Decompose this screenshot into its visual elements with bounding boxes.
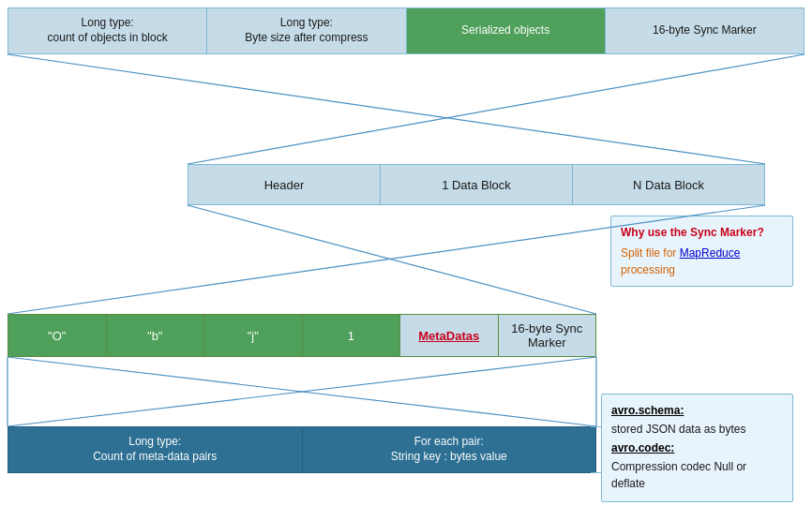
bottom-cell-j-text: "j" xyxy=(248,329,259,343)
cross-line-3 xyxy=(188,205,596,314)
cross-line-2 xyxy=(188,54,804,164)
bv-cross-1 xyxy=(8,357,596,426)
top-cell-byte: Long type:Byte size after compress xyxy=(207,8,406,53)
diagram-container: Long type:count of objects in block Long… xyxy=(0,0,812,506)
bottom-cell-sync16-text: 16-byte Sync Marker xyxy=(503,321,593,350)
bottom-cell-1: 1 xyxy=(303,315,401,356)
avro-codec-label: avro.codec: xyxy=(611,439,783,456)
cross-line-1 xyxy=(8,54,765,164)
vbottom-cell-pair: For each pair:String key : bytes value xyxy=(303,427,596,472)
avro-schema-desc: stored JSON data as bytes xyxy=(611,421,783,438)
top-cell-count: Long type:count of objects in block xyxy=(8,8,207,53)
bottom-cell-1-text: 1 xyxy=(348,329,354,343)
vbottom-cell-count: Long type:Count of meta-data pairs xyxy=(8,427,303,472)
middle-cell-header: Header xyxy=(188,165,381,204)
middle-bar: Header 1 Data Block N Data Block xyxy=(188,164,765,205)
bottom-cell-b: "b" xyxy=(107,315,205,356)
mapreduce-link[interactable]: MapReduce xyxy=(680,246,741,260)
bottom-cell-o-text: "O" xyxy=(48,329,66,343)
vbottom-bar: Long type:Count of meta-data pairs For e… xyxy=(8,426,596,473)
top-cell-serialized-text: Serialized objects xyxy=(461,23,549,38)
sync-info-box: Why use the Sync Marker? Split file for … xyxy=(610,216,793,287)
middle-cell-blockn: N Data Block xyxy=(573,165,764,204)
sync-info-body: Split file for MapReduce processing xyxy=(621,245,783,278)
bottom-cell-b-text: "b" xyxy=(147,329,162,343)
bv-cross-2 xyxy=(8,357,596,426)
sync-info-title: Why use the Sync Marker? xyxy=(621,224,783,241)
bottom-cell-o: "O" xyxy=(8,315,107,356)
sync-info-body-text2: processing xyxy=(621,263,675,276)
bottom-cell-metadata-text: MetaDatas xyxy=(418,329,479,343)
avro-info-box: avro.schema: stored JSON data as bytes a… xyxy=(601,394,793,502)
middle-cell-block1-text: 1 Data Block xyxy=(442,178,511,192)
bracket-line xyxy=(591,426,602,473)
bottom-cell-j: "j" xyxy=(204,315,303,356)
top-cell-byte-text: Long type:Byte size after compress xyxy=(245,16,368,45)
middle-cell-blockn-text: N Data Block xyxy=(633,178,704,192)
avro-codec-desc: Compression codec Null or deflate xyxy=(611,458,783,492)
vbottom-cell-pair-text: For each pair:String key : bytes value xyxy=(391,435,507,464)
middle-cell-header-text: Header xyxy=(264,178,305,192)
vbottom-cell-count-text: Long type:Count of meta-data pairs xyxy=(93,435,217,464)
sync-info-body-text: Split file for xyxy=(621,246,680,260)
top-cell-sync-text: 16-byte Sync Marker xyxy=(653,23,757,38)
bottom-cell-sync16: 16-byte Sync Marker xyxy=(499,315,596,356)
avro-schema-label: avro.schema: xyxy=(611,402,783,419)
top-cell-sync: 16-byte Sync Marker xyxy=(606,8,804,53)
middle-cell-block1: 1 Data Block xyxy=(381,165,573,204)
top-cell-count-text: Long type:count of objects in block xyxy=(48,16,168,45)
top-bar: Long type:count of objects in block Long… xyxy=(8,7,804,54)
bottom-bar: "O" "b" "j" 1 MetaDatas 16-byte Sync Mar… xyxy=(8,314,596,357)
bottom-cell-metadata: MetaDatas xyxy=(400,315,499,356)
top-cell-serialized: Serialized objects xyxy=(407,8,606,53)
